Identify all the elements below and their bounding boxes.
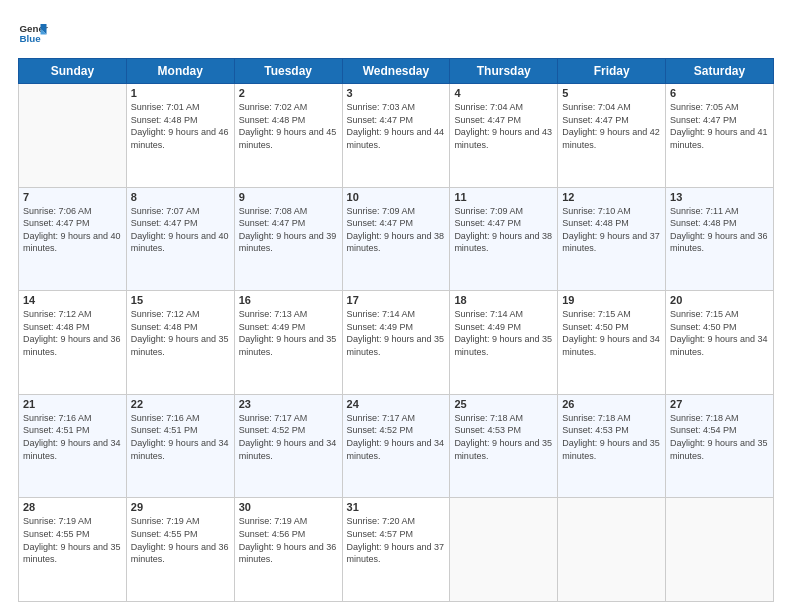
- day-number: 10: [347, 191, 446, 203]
- day-detail: Sunrise: 7:13 AMSunset: 4:49 PMDaylight:…: [239, 308, 338, 358]
- calendar-cell: 4Sunrise: 7:04 AMSunset: 4:47 PMDaylight…: [450, 84, 558, 188]
- calendar-cell: 31Sunrise: 7:20 AMSunset: 4:57 PMDayligh…: [342, 498, 450, 602]
- day-number: 28: [23, 501, 122, 513]
- day-number: 8: [131, 191, 230, 203]
- day-number: 2: [239, 87, 338, 99]
- weekday-header: Sunday: [19, 59, 127, 84]
- calendar-cell: 7Sunrise: 7:06 AMSunset: 4:47 PMDaylight…: [19, 187, 127, 291]
- calendar-week-row: 14Sunrise: 7:12 AMSunset: 4:48 PMDayligh…: [19, 291, 774, 395]
- calendar-cell: 6Sunrise: 7:05 AMSunset: 4:47 PMDaylight…: [666, 84, 774, 188]
- calendar-week-row: 21Sunrise: 7:16 AMSunset: 4:51 PMDayligh…: [19, 394, 774, 498]
- day-number: 17: [347, 294, 446, 306]
- day-number: 26: [562, 398, 661, 410]
- calendar-cell: 19Sunrise: 7:15 AMSunset: 4:50 PMDayligh…: [558, 291, 666, 395]
- day-detail: Sunrise: 7:09 AMSunset: 4:47 PMDaylight:…: [347, 205, 446, 255]
- day-detail: Sunrise: 7:18 AMSunset: 4:53 PMDaylight:…: [562, 412, 661, 462]
- day-detail: Sunrise: 7:19 AMSunset: 4:56 PMDaylight:…: [239, 515, 338, 565]
- calendar-cell: 18Sunrise: 7:14 AMSunset: 4:49 PMDayligh…: [450, 291, 558, 395]
- weekday-header: Friday: [558, 59, 666, 84]
- calendar-cell: 27Sunrise: 7:18 AMSunset: 4:54 PMDayligh…: [666, 394, 774, 498]
- day-number: 13: [670, 191, 769, 203]
- day-number: 9: [239, 191, 338, 203]
- day-number: 6: [670, 87, 769, 99]
- day-detail: Sunrise: 7:15 AMSunset: 4:50 PMDaylight:…: [670, 308, 769, 358]
- day-number: 12: [562, 191, 661, 203]
- day-number: 11: [454, 191, 553, 203]
- day-number: 23: [239, 398, 338, 410]
- calendar-cell: 25Sunrise: 7:18 AMSunset: 4:53 PMDayligh…: [450, 394, 558, 498]
- day-detail: Sunrise: 7:16 AMSunset: 4:51 PMDaylight:…: [23, 412, 122, 462]
- day-detail: Sunrise: 7:18 AMSunset: 4:53 PMDaylight:…: [454, 412, 553, 462]
- calendar-cell: 22Sunrise: 7:16 AMSunset: 4:51 PMDayligh…: [126, 394, 234, 498]
- day-number: 3: [347, 87, 446, 99]
- calendar-cell: [19, 84, 127, 188]
- calendar-cell: 11Sunrise: 7:09 AMSunset: 4:47 PMDayligh…: [450, 187, 558, 291]
- calendar-week-row: 7Sunrise: 7:06 AMSunset: 4:47 PMDaylight…: [19, 187, 774, 291]
- day-detail: Sunrise: 7:04 AMSunset: 4:47 PMDaylight:…: [454, 101, 553, 151]
- calendar-cell: 17Sunrise: 7:14 AMSunset: 4:49 PMDayligh…: [342, 291, 450, 395]
- calendar-cell: 20Sunrise: 7:15 AMSunset: 4:50 PMDayligh…: [666, 291, 774, 395]
- day-number: 31: [347, 501, 446, 513]
- calendar-cell: 21Sunrise: 7:16 AMSunset: 4:51 PMDayligh…: [19, 394, 127, 498]
- calendar-cell: 13Sunrise: 7:11 AMSunset: 4:48 PMDayligh…: [666, 187, 774, 291]
- day-detail: Sunrise: 7:05 AMSunset: 4:47 PMDaylight:…: [670, 101, 769, 151]
- header: General Blue: [18, 18, 774, 48]
- day-detail: Sunrise: 7:19 AMSunset: 4:55 PMDaylight:…: [131, 515, 230, 565]
- day-number: 14: [23, 294, 122, 306]
- logo-icon: General Blue: [18, 18, 48, 48]
- calendar-cell: 29Sunrise: 7:19 AMSunset: 4:55 PMDayligh…: [126, 498, 234, 602]
- day-detail: Sunrise: 7:15 AMSunset: 4:50 PMDaylight:…: [562, 308, 661, 358]
- calendar-cell: [666, 498, 774, 602]
- day-number: 15: [131, 294, 230, 306]
- day-detail: Sunrise: 7:12 AMSunset: 4:48 PMDaylight:…: [131, 308, 230, 358]
- calendar-cell: 2Sunrise: 7:02 AMSunset: 4:48 PMDaylight…: [234, 84, 342, 188]
- calendar-cell: 24Sunrise: 7:17 AMSunset: 4:52 PMDayligh…: [342, 394, 450, 498]
- logo: General Blue: [18, 18, 48, 48]
- day-number: 20: [670, 294, 769, 306]
- calendar-cell: 10Sunrise: 7:09 AMSunset: 4:47 PMDayligh…: [342, 187, 450, 291]
- day-number: 25: [454, 398, 553, 410]
- calendar-cell: 5Sunrise: 7:04 AMSunset: 4:47 PMDaylight…: [558, 84, 666, 188]
- day-number: 29: [131, 501, 230, 513]
- day-number: 30: [239, 501, 338, 513]
- day-detail: Sunrise: 7:14 AMSunset: 4:49 PMDaylight:…: [454, 308, 553, 358]
- day-detail: Sunrise: 7:17 AMSunset: 4:52 PMDaylight:…: [347, 412, 446, 462]
- page: General Blue SundayMondayTuesdayWednesda…: [0, 0, 792, 612]
- day-detail: Sunrise: 7:09 AMSunset: 4:47 PMDaylight:…: [454, 205, 553, 255]
- day-detail: Sunrise: 7:12 AMSunset: 4:48 PMDaylight:…: [23, 308, 122, 358]
- calendar-cell: 3Sunrise: 7:03 AMSunset: 4:47 PMDaylight…: [342, 84, 450, 188]
- calendar-cell: 28Sunrise: 7:19 AMSunset: 4:55 PMDayligh…: [19, 498, 127, 602]
- day-number: 24: [347, 398, 446, 410]
- calendar-cell: 23Sunrise: 7:17 AMSunset: 4:52 PMDayligh…: [234, 394, 342, 498]
- day-detail: Sunrise: 7:04 AMSunset: 4:47 PMDaylight:…: [562, 101, 661, 151]
- weekday-header: Saturday: [666, 59, 774, 84]
- day-number: 1: [131, 87, 230, 99]
- weekday-header: Wednesday: [342, 59, 450, 84]
- day-number: 18: [454, 294, 553, 306]
- calendar-cell: [558, 498, 666, 602]
- calendar-cell: 14Sunrise: 7:12 AMSunset: 4:48 PMDayligh…: [19, 291, 127, 395]
- calendar-cell: 26Sunrise: 7:18 AMSunset: 4:53 PMDayligh…: [558, 394, 666, 498]
- day-number: 16: [239, 294, 338, 306]
- day-number: 22: [131, 398, 230, 410]
- day-detail: Sunrise: 7:06 AMSunset: 4:47 PMDaylight:…: [23, 205, 122, 255]
- day-detail: Sunrise: 7:19 AMSunset: 4:55 PMDaylight:…: [23, 515, 122, 565]
- day-number: 4: [454, 87, 553, 99]
- calendar-cell: 15Sunrise: 7:12 AMSunset: 4:48 PMDayligh…: [126, 291, 234, 395]
- day-detail: Sunrise: 7:03 AMSunset: 4:47 PMDaylight:…: [347, 101, 446, 151]
- day-detail: Sunrise: 7:14 AMSunset: 4:49 PMDaylight:…: [347, 308, 446, 358]
- calendar-cell: 30Sunrise: 7:19 AMSunset: 4:56 PMDayligh…: [234, 498, 342, 602]
- weekday-header: Thursday: [450, 59, 558, 84]
- day-detail: Sunrise: 7:10 AMSunset: 4:48 PMDaylight:…: [562, 205, 661, 255]
- day-number: 5: [562, 87, 661, 99]
- day-number: 7: [23, 191, 122, 203]
- day-number: 21: [23, 398, 122, 410]
- calendar-cell: 1Sunrise: 7:01 AMSunset: 4:48 PMDaylight…: [126, 84, 234, 188]
- weekday-header: Tuesday: [234, 59, 342, 84]
- calendar-week-row: 1Sunrise: 7:01 AMSunset: 4:48 PMDaylight…: [19, 84, 774, 188]
- weekday-header: Monday: [126, 59, 234, 84]
- calendar-cell: 16Sunrise: 7:13 AMSunset: 4:49 PMDayligh…: [234, 291, 342, 395]
- day-detail: Sunrise: 7:02 AMSunset: 4:48 PMDaylight:…: [239, 101, 338, 151]
- day-detail: Sunrise: 7:01 AMSunset: 4:48 PMDaylight:…: [131, 101, 230, 151]
- calendar-cell: 8Sunrise: 7:07 AMSunset: 4:47 PMDaylight…: [126, 187, 234, 291]
